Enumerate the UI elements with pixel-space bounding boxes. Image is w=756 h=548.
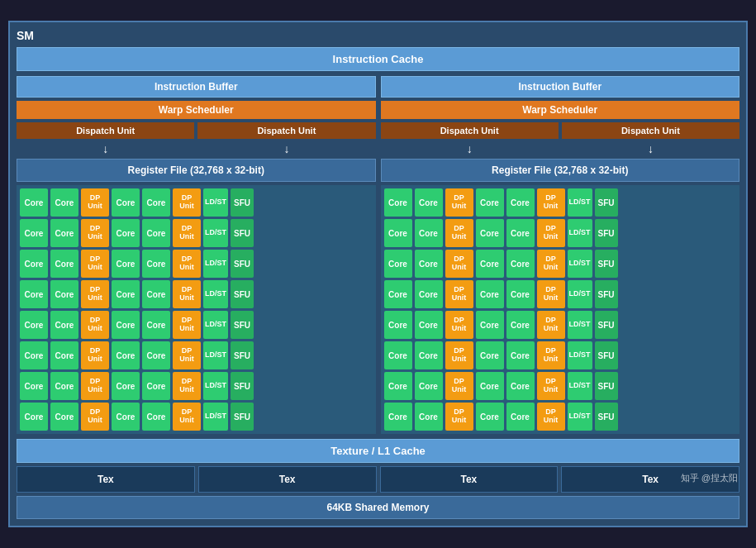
core-cell: Core bbox=[476, 219, 504, 247]
right-arrow-2: ↓ bbox=[562, 142, 739, 155]
ldst-cell: LD/ST bbox=[568, 372, 592, 400]
dp-unit-cell: DPUnit bbox=[445, 403, 473, 431]
dp-unit-cell: DPUnit bbox=[81, 219, 109, 247]
dp-unit-cell: DPUnit bbox=[81, 372, 109, 400]
right-warp-scheduler: Warp Scheduler bbox=[381, 101, 740, 119]
dp-unit-cell: DPUnit bbox=[445, 341, 473, 369]
core-cell: Core bbox=[112, 219, 140, 247]
core-cell: Core bbox=[112, 403, 140, 431]
dp-unit-cell: DPUnit bbox=[445, 372, 473, 400]
ldst-cell: LD/ST bbox=[568, 341, 592, 369]
tex-unit-2: Tex bbox=[198, 466, 377, 493]
right-register-file: Register File (32,768 x 32-bit) bbox=[381, 159, 740, 182]
core-cell: Core bbox=[384, 188, 412, 217]
table-row: CoreCoreDPUnitCoreCoreDPUnitLD/STSFU bbox=[20, 372, 373, 400]
core-cell: Core bbox=[142, 372, 170, 400]
core-cell: Core bbox=[476, 403, 504, 431]
core-cell: Core bbox=[506, 311, 535, 339]
table-row: CoreCoreDPUnitCoreCoreDPUnitLD/STSFU bbox=[384, 188, 737, 217]
main-two-col: Instruction Buffer Warp Scheduler Dispat… bbox=[17, 76, 739, 434]
core-cell: Core bbox=[506, 372, 535, 400]
dp-unit-cell: DPUnit bbox=[537, 403, 565, 431]
dp-unit-cell: DPUnit bbox=[173, 250, 201, 278]
left-dispatch-row: Dispatch Unit Dispatch Unit bbox=[17, 122, 376, 139]
core-cell: Core bbox=[142, 280, 170, 308]
ldst-cell: LD/ST bbox=[568, 188, 592, 217]
sfu-cell: SFU bbox=[595, 250, 618, 278]
dp-unit-cell: DPUnit bbox=[445, 219, 473, 247]
core-cell: Core bbox=[506, 403, 535, 431]
core-cell: Core bbox=[476, 311, 504, 339]
dp-unit-cell: DPUnit bbox=[173, 372, 201, 400]
sfu-cell: SFU bbox=[231, 311, 254, 339]
dp-unit-cell: DPUnit bbox=[173, 219, 201, 247]
dp-unit-cell: DPUnit bbox=[537, 219, 565, 247]
ldst-cell: LD/ST bbox=[203, 341, 228, 369]
watermark: 知乎 @捏太阳 bbox=[681, 472, 738, 484]
sfu-cell: SFU bbox=[231, 403, 254, 431]
table-row: CoreCoreDPUnitCoreCoreDPUnitLD/STSFU bbox=[384, 250, 737, 278]
left-half: Instruction Buffer Warp Scheduler Dispat… bbox=[17, 76, 376, 434]
sfu-cell: SFU bbox=[595, 311, 618, 339]
tex-row: Tex Tex Tex Tex bbox=[17, 466, 739, 493]
core-cell: Core bbox=[20, 372, 48, 400]
dp-unit-cell: DPUnit bbox=[537, 280, 565, 308]
core-cell: Core bbox=[50, 219, 78, 247]
sfu-cell: SFU bbox=[231, 188, 254, 217]
core-cell: Core bbox=[506, 219, 535, 247]
table-row: CoreCoreDPUnitCoreCoreDPUnitLD/STSFU bbox=[384, 372, 737, 400]
ldst-cell: LD/ST bbox=[203, 372, 228, 400]
core-cell: Core bbox=[476, 341, 504, 369]
core-cell: Core bbox=[142, 250, 170, 278]
core-cell: Core bbox=[50, 341, 78, 369]
left-arrow-2: ↓ bbox=[197, 142, 375, 155]
core-cell: Core bbox=[112, 311, 140, 339]
right-arrows: ↓ ↓ bbox=[381, 142, 740, 155]
dp-unit-cell: DPUnit bbox=[81, 280, 109, 308]
sfu-cell: SFU bbox=[595, 403, 618, 431]
dp-unit-cell: DPUnit bbox=[81, 188, 109, 217]
right-half: Instruction Buffer Warp Scheduler Dispat… bbox=[381, 76, 740, 434]
right-dispatch-unit-1: Dispatch Unit bbox=[381, 122, 559, 139]
right-instr-buffer: Instruction Buffer bbox=[381, 76, 740, 98]
sfu-cell: SFU bbox=[595, 219, 618, 247]
left-register-file: Register File (32,768 x 32-bit) bbox=[17, 159, 376, 182]
ldst-cell: LD/ST bbox=[568, 280, 592, 308]
core-cell: Core bbox=[384, 403, 412, 431]
dp-unit-cell: DPUnit bbox=[173, 311, 201, 339]
core-cell: Core bbox=[112, 188, 140, 217]
table-row: CoreCoreDPUnitCoreCoreDPUnitLD/STSFU bbox=[20, 188, 373, 217]
core-cell: Core bbox=[20, 188, 48, 217]
left-arrow-1: ↓ bbox=[17, 142, 194, 155]
core-cell: Core bbox=[112, 280, 140, 308]
left-cores-grid: CoreCoreDPUnitCoreCoreDPUnitLD/STSFUCore… bbox=[17, 185, 376, 434]
ldst-cell: LD/ST bbox=[203, 250, 228, 278]
table-row: CoreCoreDPUnitCoreCoreDPUnitLD/STSFU bbox=[20, 280, 373, 308]
dp-unit-cell: DPUnit bbox=[537, 311, 565, 339]
table-row: CoreCoreDPUnitCoreCoreDPUnitLD/STSFU bbox=[384, 341, 737, 369]
core-cell: Core bbox=[506, 188, 535, 217]
core-cell: Core bbox=[20, 341, 48, 369]
core-cell: Core bbox=[415, 372, 443, 400]
dp-unit-cell: DPUnit bbox=[537, 188, 565, 217]
core-cell: Core bbox=[384, 250, 412, 278]
core-cell: Core bbox=[50, 403, 78, 431]
core-cell: Core bbox=[415, 219, 443, 247]
core-cell: Core bbox=[112, 250, 140, 278]
left-warp-scheduler: Warp Scheduler bbox=[17, 101, 376, 119]
dp-unit-cell: DPUnit bbox=[173, 403, 201, 431]
dp-unit-cell: DPUnit bbox=[445, 188, 473, 217]
core-cell: Core bbox=[50, 188, 78, 217]
dp-unit-cell: DPUnit bbox=[537, 372, 565, 400]
dp-unit-cell: DPUnit bbox=[173, 188, 201, 217]
dp-unit-cell: DPUnit bbox=[445, 311, 473, 339]
core-cell: Core bbox=[384, 219, 412, 247]
shared-memory: 64KB Shared Memory bbox=[17, 496, 739, 519]
core-cell: Core bbox=[506, 341, 535, 369]
dp-unit-cell: DPUnit bbox=[445, 250, 473, 278]
ldst-cell: LD/ST bbox=[203, 188, 228, 217]
sm-label: SM bbox=[17, 29, 739, 42]
dp-unit-cell: DPUnit bbox=[537, 341, 565, 369]
core-cell: Core bbox=[20, 280, 48, 308]
ldst-cell: LD/ST bbox=[568, 403, 592, 431]
